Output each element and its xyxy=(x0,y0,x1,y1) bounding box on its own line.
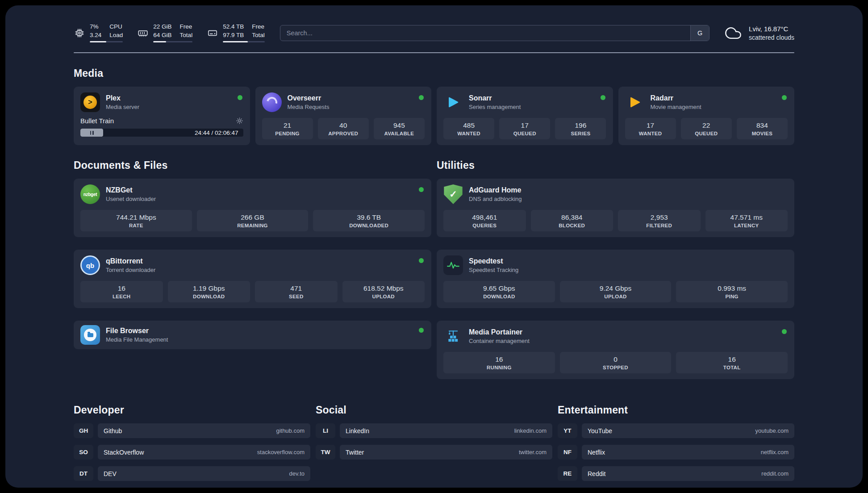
link-body[interactable]: DEV dev.to xyxy=(98,466,310,481)
link-body[interactable]: Netflix netflix.com xyxy=(582,445,794,460)
app-subtitle: Container management xyxy=(469,338,530,344)
app-card-speedtest[interactable]: Speedtest Speedtest Tracking 9.65 Gbps D… xyxy=(437,250,794,308)
pause-icon xyxy=(90,131,92,135)
stat-upload: 9.24 Gbps UPLOAD xyxy=(560,281,672,302)
media-section-title: Media xyxy=(74,67,794,79)
app-name: Plex xyxy=(106,94,139,102)
app-name: Speedtest xyxy=(469,257,518,265)
app-subtitle: Series management xyxy=(469,104,521,110)
stackoverflow-badge-icon: SO xyxy=(74,445,93,460)
app-card-overseerr[interactable]: Overseerr Media Requests 21 PENDING 40 A… xyxy=(255,87,432,145)
status-dot xyxy=(238,95,242,100)
link-body[interactable]: Github github.com xyxy=(98,423,310,438)
cpu-widget: 7% 3.24 CPU Load xyxy=(74,23,123,42)
top-bar: 7% 3.24 CPU Load xyxy=(74,23,794,42)
qbittorrent-icon: qb xyxy=(80,255,100,275)
link-linkedin[interactable]: LI LinkedIn linkedin.com xyxy=(316,423,552,438)
link-twitter[interactable]: TW Twitter twitter.com xyxy=(316,445,552,460)
dashboard-panel: 7% 3.24 CPU Load xyxy=(5,5,863,488)
status-dot xyxy=(419,187,424,192)
app-card-nzbget[interactable]: nzbget NZBGet Usenet downloader 744.21 M… xyxy=(74,179,431,237)
app-card-plex[interactable]: > Plex Media server Bullet Train xyxy=(74,87,250,145)
link-github[interactable]: GH Github github.com xyxy=(74,423,310,438)
radarr-icon xyxy=(625,92,645,112)
stat-pending: 21 PENDING xyxy=(262,118,313,139)
system-stats: 7% 3.24 CPU Load xyxy=(74,23,265,42)
section-developer: Developer GH Github github.com SO StackO… xyxy=(74,404,310,481)
status-dot xyxy=(419,258,424,263)
adguard-shield-icon: ✓ xyxy=(443,184,463,204)
section-social: Social LI LinkedIn linkedin.com TW Twitt… xyxy=(316,404,552,481)
weather-location-temp: Lviv, 16.87°C xyxy=(749,25,794,33)
memory-widget: 22 GiB 64 GiB Free Total xyxy=(137,23,192,42)
overseerr-stats: 21 PENDING 40 APPROVED 945 AVAILABLE xyxy=(262,118,425,139)
link-reddit[interactable]: RE Reddit reddit.com xyxy=(558,466,794,481)
settings-gear-icon[interactable] xyxy=(236,117,243,125)
social-section-title: Social xyxy=(316,404,552,416)
bottom-link-sections: Developer GH Github github.com SO StackO… xyxy=(74,404,794,481)
playback-progress-bar[interactable]: 24:44 / 02:06:47 xyxy=(80,129,243,137)
link-body[interactable]: Twitter twitter.com xyxy=(340,445,552,460)
disk-icon xyxy=(207,27,218,39)
app-card-adguard[interactable]: ✓ AdGuard Home DNS and adblocking 498,46… xyxy=(437,179,794,237)
section-utilities: Utilities ✓ AdGuard Home DNS and adblock… xyxy=(437,159,794,379)
search-engine-button[interactable]: G xyxy=(690,25,709,41)
cpu-icon xyxy=(74,27,85,39)
disk-total-label: Total xyxy=(252,32,265,39)
dashboard-content: 7% 3.24 CPU Load xyxy=(74,5,794,481)
status-dot xyxy=(601,95,605,100)
media-grid: > Plex Media server Bullet Train xyxy=(74,87,794,145)
plex-icon: > xyxy=(80,92,100,112)
stat-remaining: 266 GB REMAINING xyxy=(197,210,309,231)
reddit-badge-icon: RE xyxy=(558,466,577,481)
search-bar[interactable]: G xyxy=(280,25,709,41)
stat-filtered: 2,953 FILTERED xyxy=(618,210,701,231)
disk-total-value: 97.9 TB xyxy=(223,32,244,39)
dev-badge-icon: DT xyxy=(74,466,93,481)
app-subtitle: DNS and adblocking xyxy=(469,196,522,202)
stat-upload: 618.52 Mbps UPLOAD xyxy=(342,281,425,302)
developer-section-title: Developer xyxy=(74,404,310,416)
link-youtube[interactable]: YT YouTube youtube.com xyxy=(558,423,794,438)
filebrowser-icon xyxy=(80,325,100,345)
overseerr-icon xyxy=(262,92,282,112)
section-documents: Documents & Files nzbget NZBGet Usenet d… xyxy=(74,159,431,379)
app-card-radarr[interactable]: Radarr Movie management 17 WANTED 22 QUE… xyxy=(618,87,795,145)
status-dot xyxy=(419,95,424,100)
link-netflix[interactable]: NF Netflix netflix.com xyxy=(558,445,794,460)
app-name: Radarr xyxy=(651,94,701,102)
search-input[interactable] xyxy=(280,25,690,41)
app-name: NZBGet xyxy=(106,186,156,194)
memory-free-label: Free xyxy=(180,23,193,30)
cpu-progress-bar xyxy=(90,41,123,42)
memory-free-value: 22 GiB xyxy=(153,23,171,30)
linkedin-badge-icon: LI xyxy=(316,423,335,438)
disk-progress-fill xyxy=(223,41,248,42)
qbittorrent-stats: 16 LEECH 1.19 Gbps DOWNLOAD 471 SEED xyxy=(80,281,425,302)
twitter-badge-icon: TW xyxy=(316,445,335,460)
link-body[interactable]: LinkedIn linkedin.com xyxy=(340,423,552,438)
app-name: qBittorrent xyxy=(106,257,155,265)
cpu-readout: 7% 3.24 CPU Load xyxy=(90,23,123,42)
middle-columns: Documents & Files nzbget NZBGet Usenet d… xyxy=(74,159,794,379)
app-card-filebrowser[interactable]: File Browser Media File Management xyxy=(74,321,431,349)
app-card-sonarr[interactable]: Sonarr Series management 485 WANTED 17 Q… xyxy=(437,87,613,145)
app-card-qbittorrent[interactable]: qb qBittorrent Torrent downloader 16 LEE… xyxy=(74,250,431,308)
app-name: Media Portainer xyxy=(469,328,530,336)
stat-total: 16 TOTAL xyxy=(676,352,788,373)
cpu-usage-value: 7% xyxy=(90,23,101,30)
link-dev[interactable]: DT DEV dev.to xyxy=(74,466,310,481)
stat-series: 196 SERIES xyxy=(555,118,606,139)
app-card-portainer[interactable]: Media Portainer Container management 16 … xyxy=(437,321,794,379)
stat-blocked: 86,384 BLOCKED xyxy=(531,210,613,231)
memory-progress-fill xyxy=(153,41,166,42)
playback-progress-fill[interactable] xyxy=(80,129,103,137)
section-entertainment: Entertainment YT YouTube youtube.com NF … xyxy=(558,404,794,481)
link-body[interactable]: StackOverflow stackoverflow.com xyxy=(98,445,310,460)
link-body[interactable]: Reddit reddit.com xyxy=(582,466,794,481)
header-divider xyxy=(74,52,794,53)
link-stackoverflow[interactable]: SO StackOverflow stackoverflow.com xyxy=(74,445,310,460)
app-subtitle: Usenet downloader xyxy=(106,196,156,202)
app-name: Sonarr xyxy=(469,94,521,102)
link-body[interactable]: YouTube youtube.com xyxy=(582,423,794,438)
